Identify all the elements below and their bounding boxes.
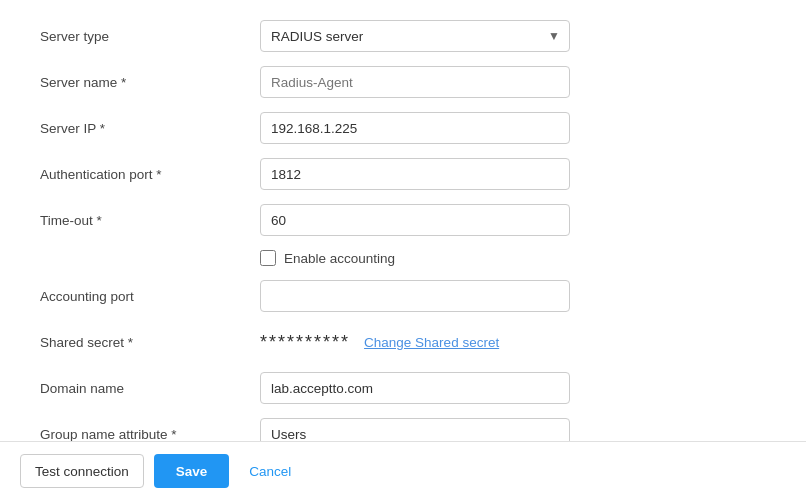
server-type-label: Server type: [40, 29, 260, 44]
timeout-input[interactable]: [260, 204, 570, 236]
server-name-field-wrapper: [260, 66, 570, 98]
server-name-row: Server name *: [40, 66, 766, 98]
test-connection-button[interactable]: Test connection: [20, 454, 144, 488]
shared-secret-content: ********** Change Shared secret: [260, 332, 570, 353]
domain-name-field-wrapper: [260, 372, 570, 404]
server-ip-row: Server IP *: [40, 112, 766, 144]
change-shared-secret-link[interactable]: Change Shared secret: [364, 335, 499, 350]
auth-port-input[interactable]: [260, 158, 570, 190]
server-ip-label: Server IP *: [40, 121, 260, 136]
enable-accounting-label: Enable accounting: [284, 251, 395, 266]
server-type-select-wrapper[interactable]: RADIUS server LDAP server SAML server ▼: [260, 20, 570, 52]
timeout-label: Time-out *: [40, 213, 260, 228]
server-ip-input[interactable]: [260, 112, 570, 144]
shared-secret-label: Shared secret *: [40, 335, 260, 350]
group-name-row: Group name attribute *: [40, 418, 766, 441]
server-type-row: Server type RADIUS server LDAP server SA…: [40, 20, 766, 52]
auth-port-row: Authentication port *: [40, 158, 766, 190]
timeout-field-wrapper: [260, 204, 570, 236]
server-name-label: Server name *: [40, 75, 260, 90]
domain-name-input[interactable]: [260, 372, 570, 404]
server-type-select[interactable]: RADIUS server LDAP server SAML server: [260, 20, 570, 52]
accounting-port-label: Accounting port: [40, 289, 260, 304]
timeout-row: Time-out *: [40, 204, 766, 236]
group-name-field-wrapper: [260, 418, 570, 441]
dialog: Server type RADIUS server LDAP server SA…: [0, 0, 806, 500]
domain-name-label: Domain name: [40, 381, 260, 396]
accounting-port-row: Accounting port: [40, 280, 766, 312]
save-button[interactable]: Save: [154, 454, 230, 488]
auth-port-label: Authentication port *: [40, 167, 260, 182]
shared-secret-row: Shared secret * ********** Change Shared…: [40, 326, 766, 358]
enable-accounting-checkbox[interactable]: [260, 250, 276, 266]
server-ip-field-wrapper: [260, 112, 570, 144]
footer: Test connection Save Cancel: [0, 441, 806, 500]
form-area: Server type RADIUS server LDAP server SA…: [0, 0, 806, 441]
cancel-button[interactable]: Cancel: [239, 454, 301, 488]
group-name-label: Group name attribute *: [40, 427, 260, 442]
enable-accounting-row: Enable accounting: [40, 250, 766, 266]
accounting-port-field-wrapper: [260, 280, 570, 312]
shared-secret-dots: **********: [260, 332, 350, 353]
group-name-input[interactable]: [260, 418, 570, 441]
domain-name-row: Domain name: [40, 372, 766, 404]
auth-port-field-wrapper: [260, 158, 570, 190]
server-name-input[interactable]: [260, 66, 570, 98]
accounting-port-input[interactable]: [260, 280, 570, 312]
